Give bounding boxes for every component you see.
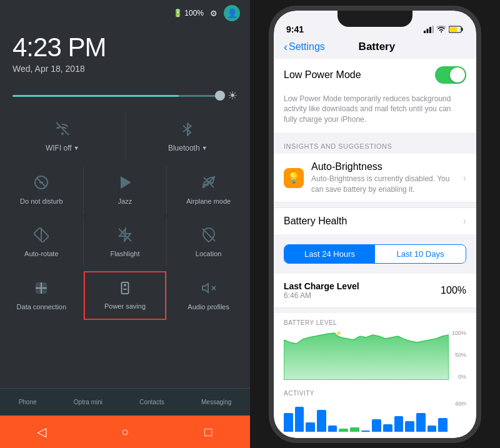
flashlight-tile[interactable]: Flashlight — [84, 219, 167, 266]
auto-rotate-tile[interactable]: Auto-rotate — [0, 219, 83, 266]
svg-rect-28 — [462, 27, 463, 31]
power-saving-icon — [118, 281, 132, 299]
flashlight-label: Flashlight — [110, 250, 139, 257]
svg-rect-29 — [450, 27, 458, 31]
last-charge-value: 100% — [441, 285, 466, 296]
svg-marker-6 — [121, 176, 131, 189]
battery-health-chevron: › — [463, 216, 466, 227]
back-chevron-icon: ‹ — [284, 41, 288, 54]
activity-bar — [361, 431, 371, 432]
battery-status: 🔋 100% — [173, 9, 204, 17]
back-nav-button[interactable]: ◁ — [26, 416, 58, 447]
battery-percent: 100% — [184, 9, 204, 17]
last-charge-time: 6:46 AM — [284, 291, 359, 300]
jazz-tile[interactable]: Jazz — [84, 166, 167, 214]
bluetooth-toggle[interactable]: Bluetooth ▼ — [126, 112, 251, 161]
power-saving-tile[interactable]: Power saving — [84, 271, 167, 320]
time-selector-bg: Last 24 Hours Last 10 Days — [274, 234, 476, 274]
svg-rect-24 — [427, 29, 429, 33]
battery-chart-svg: ⚡ — [284, 330, 466, 380]
last-charge-row: Last Charge Level 6:46 AM 100% — [274, 274, 476, 308]
battery-health-row[interactable]: Battery Health › — [274, 207, 476, 234]
jazz-label: Jazz — [118, 197, 132, 205]
activity-bar — [317, 410, 326, 432]
auto-brightness-icon: 💡 — [284, 168, 304, 188]
bluetooth-dropdown-arrow: ▼ — [202, 145, 208, 151]
recent-nav-button[interactable]: □ — [192, 416, 224, 447]
auto-brightness-item[interactable]: 💡 Auto-Brightness Auto-Brightness is cur… — [274, 154, 476, 202]
last-charge-label: Last Charge Level — [284, 281, 359, 291]
svg-rect-23 — [424, 31, 426, 33]
app-strip-messaging[interactable]: Messaging — [201, 399, 231, 406]
low-power-description: Low Power Mode temporarily reduces backg… — [274, 91, 476, 132]
ios-content[interactable]: Low Power Mode Low Power Mode temporaril… — [274, 59, 476, 438]
brightness-track[interactable] — [12, 95, 220, 97]
svg-point-1 — [62, 133, 63, 134]
ios-page-title: Battery — [325, 41, 429, 53]
svg-rect-26 — [432, 26, 434, 33]
account-icon[interactable]: 👤 — [224, 5, 240, 21]
wifi-toggle[interactable]: WIFI off ▼ — [0, 112, 125, 161]
battery-chart-area: 100% 50% 0% — [284, 330, 466, 380]
jazz-icon — [118, 175, 132, 194]
app-strip-optra[interactable]: Optra mini — [74, 399, 102, 406]
location-label: Location — [196, 250, 222, 257]
android-time-section: 4:23 PM Wed, Apr 18, 2018 — [0, 26, 250, 84]
app-strip: Phone Optra mini Contacts Messaging — [0, 388, 250, 416]
low-power-mode-row[interactable]: Low Power Mode — [274, 59, 476, 91]
app-strip-phone[interactable]: Phone — [19, 399, 37, 406]
chart-y-0: 0% — [449, 374, 466, 380]
do-not-disturb-tile[interactable]: Do not disturb — [0, 166, 83, 214]
last-10days-option[interactable]: Last 10 Days — [375, 245, 466, 263]
airplane-tile[interactable]: Airplane mode — [167, 166, 250, 214]
settings-icon[interactable]: ⚙ — [210, 9, 218, 18]
android-time: 4:23 PM — [12, 32, 238, 62]
ios-nav-bar: ‹ Settings Battery — [274, 38, 476, 59]
location-tile[interactable]: Location — [167, 219, 250, 266]
battery-level-chart: BATTERY LEVEL 100% 50% 0% — [274, 313, 476, 386]
audio-profiles-tile[interactable]: Audio profiles — [167, 271, 250, 320]
svg-text:⚡: ⚡ — [336, 331, 342, 337]
activity-bar — [383, 424, 392, 432]
activity-bar — [394, 416, 404, 432]
battery-level-chart-label: BATTERY LEVEL — [284, 319, 466, 326]
data-connection-tile[interactable]: Data connection — [0, 271, 83, 320]
low-power-mode-toggle[interactable] — [435, 66, 466, 84]
android-date: Wed, Apr 18, 2018 — [12, 64, 238, 74]
chart-y-100: 100% — [449, 330, 466, 336]
chart-y-axis: 100% 50% 0% — [449, 330, 466, 380]
audio-profiles-icon — [201, 281, 216, 299]
activity-bar — [438, 418, 448, 432]
do-not-disturb-icon — [34, 175, 49, 194]
ios-back-button[interactable]: ‹ Settings — [284, 41, 325, 54]
activity-bar — [416, 413, 426, 432]
quick-toggles-grid: WIFI off ▼ Bluetooth ▼ — [0, 112, 250, 161]
data-connection-label: Data connection — [17, 303, 67, 311]
bluetooth-label: Bluetooth ▼ — [168, 144, 208, 152]
activity-chart: ACTIVITY 60m — [274, 386, 476, 437]
do-not-disturb-label: Do not disturb — [20, 197, 62, 205]
quick-tiles-row2: Auto-rotate Flashlight Location — [0, 219, 250, 266]
brightness-icon: ☀ — [228, 89, 238, 102]
ios-status-icons — [424, 26, 464, 34]
wifi-label: WIFI off ▼ — [46, 144, 79, 152]
quick-tiles-row3: Data connection Power saving — [0, 271, 250, 320]
home-nav-button[interactable]: ○ — [109, 416, 141, 447]
iphone-notch — [338, 11, 412, 27]
iphone-screen: 9:41 — [274, 11, 476, 438]
low-power-mode-label: Low Power Mode — [284, 69, 361, 81]
app-strip-contacts[interactable]: Contacts — [139, 399, 164, 406]
auto-brightness-subtitle: Auto-Brightness is currently disabled. Y… — [311, 174, 456, 195]
last-24h-option[interactable]: Last 24 Hours — [284, 245, 375, 263]
time-selector: Last 24 Hours Last 10 Days — [284, 244, 466, 264]
insights-header: INSIGHTS AND SUGGESTIONS — [274, 132, 476, 154]
ios-panel: 9:41 — [250, 0, 500, 448]
airplane-icon — [201, 175, 216, 194]
ios-back-label: Settings — [289, 41, 325, 52]
activity-bar — [306, 422, 315, 432]
android-nav-bar: ◁ ○ □ — [0, 416, 250, 448]
activity-bar — [428, 426, 437, 432]
svg-marker-20 — [202, 284, 208, 292]
ios-time: 9:41 — [286, 24, 304, 34]
activity-bar — [372, 419, 381, 432]
